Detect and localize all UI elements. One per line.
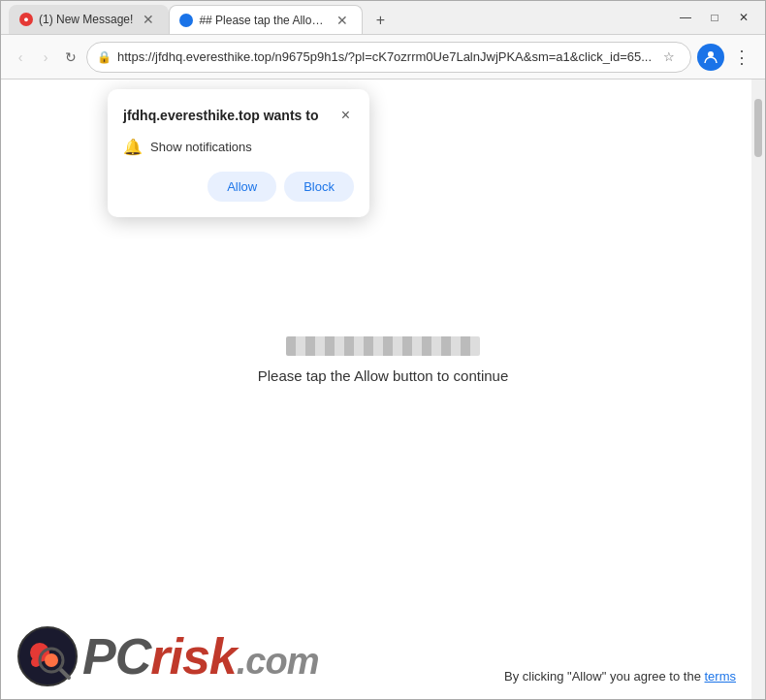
bookmark-icon[interactable]: ☆	[657, 46, 681, 69]
scrollbar[interactable]	[751, 80, 765, 699]
logo-text: PCrisk.com	[82, 627, 318, 685]
popup-title: jfdhq.everesthike.top wants to	[123, 108, 318, 123]
popup-close-button[interactable]: ×	[337, 105, 354, 126]
tab1-close[interactable]: ✕	[139, 10, 158, 29]
browser-window: ● (1) New Message! ✕ ## Please tap the A…	[0, 0, 766, 700]
tab2-label: ## Please tap the Allow button...	[199, 14, 327, 27]
back-button[interactable]: ‹	[11, 44, 30, 71]
title-bar: ● (1) New Message! ✕ ## Please tap the A…	[1, 1, 765, 35]
popup-buttons: Allow Block	[123, 172, 354, 202]
popup-header: jfdhq.everesthike.top wants to ×	[123, 105, 354, 126]
tab2-favicon	[179, 14, 193, 27]
url-text: https://jfdhq.everesthike.top/n9675p9h1s…	[117, 49, 652, 64]
logo-icon	[16, 625, 79, 687]
loading-bar-container	[286, 336, 480, 356]
minimize-button[interactable]: —	[672, 4, 699, 31]
tab-1[interactable]: ● (1) New Message! ✕	[9, 5, 169, 34]
tab1-label: (1) New Message!	[39, 13, 133, 26]
permission-text: Show notifications	[150, 140, 252, 154]
logo-dotcom: .com	[237, 641, 319, 682]
new-tab-button[interactable]: +	[367, 7, 394, 34]
loading-bar	[286, 336, 480, 356]
logo-risk: risk	[150, 628, 237, 684]
tab-strip: ● (1) New Message! ✕ ## Please tap the A…	[9, 1, 664, 34]
toolbar-right: ⋮	[697, 44, 755, 71]
tab-2[interactable]: ## Please tap the Allow button... ✕	[169, 5, 363, 34]
refresh-button[interactable]: ↻	[61, 44, 80, 71]
notification-popup: jfdhq.everesthike.top wants to × 🔔 Show …	[108, 89, 369, 217]
svg-point-3	[45, 653, 58, 667]
forward-button[interactable]: ›	[36, 44, 55, 71]
svg-point-0	[708, 51, 714, 57]
disclaimer-text: By clicking "Allow" you agree to the	[504, 669, 705, 684]
maximize-button[interactable]: □	[701, 4, 728, 31]
tab2-close[interactable]: ✕	[333, 11, 352, 30]
page-content: jfdhq.everesthike.top wants to × 🔔 Show …	[1, 80, 765, 699]
allow-button[interactable]: Allow	[207, 172, 276, 202]
logo-pc: PC	[82, 628, 150, 684]
logo-area: PCrisk.com	[16, 625, 318, 687]
footer-disclaimer: By clicking "Allow" you agree to the ter…	[504, 669, 736, 687]
loading-text: Please tap the Allow button to continue	[258, 367, 509, 384]
popup-permission: 🔔 Show notifications	[123, 138, 354, 156]
window-controls: — □ ✕	[672, 4, 757, 31]
terms-link[interactable]: terms	[705, 669, 737, 684]
address-bar: ‹ › ↻ 🔒 https://jfdhq.everesthike.top/n9…	[1, 35, 765, 80]
block-button[interactable]: Block	[284, 172, 354, 202]
lock-icon: 🔒	[97, 50, 112, 64]
page-footer: PCrisk.com By clicking "Allow" you agree…	[1, 625, 751, 699]
close-button[interactable]: ✕	[730, 4, 757, 31]
bell-icon: 🔔	[123, 138, 143, 156]
url-bar[interactable]: 🔒 https://jfdhq.everesthike.top/n9675p9h…	[86, 42, 691, 73]
tab1-favicon: ●	[19, 13, 33, 26]
scroll-thumb[interactable]	[754, 99, 762, 157]
menu-button[interactable]: ⋮	[728, 44, 755, 71]
profile-button[interactable]	[697, 44, 724, 71]
